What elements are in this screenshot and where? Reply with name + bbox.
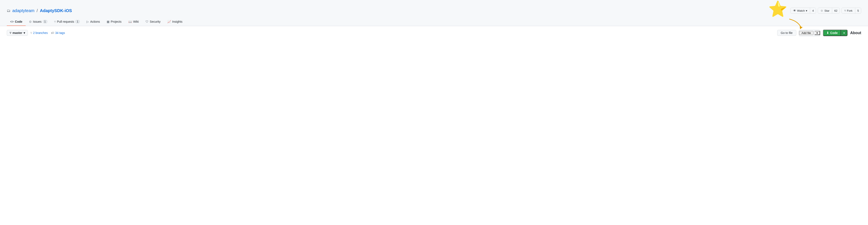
- insights-icon: 📈: [167, 20, 171, 23]
- tab-projects[interactable]: ▦ Projects: [103, 18, 125, 26]
- branch-bar: ⑂ master ▾ ⑂ 2 branches 🏷 34 tags Go to …: [7, 30, 861, 36]
- code-icon: <>: [10, 20, 13, 23]
- tab-security-label: Security: [150, 20, 161, 23]
- branches-icon: ⑂: [30, 31, 32, 35]
- watch-dropdown-icon: ▾: [806, 9, 807, 12]
- fork-group: ⑂ Fork 5: [841, 8, 861, 13]
- watch-button[interactable]: 👁 Watch ▾: [790, 8, 810, 13]
- fork-label: Fork: [847, 9, 852, 12]
- issues-badge: 1: [43, 20, 47, 23]
- code-dropdown-button[interactable]: ▾: [841, 30, 847, 36]
- tab-wiki[interactable]: 📖 Wiki: [125, 18, 142, 26]
- repo-separator: /: [37, 8, 38, 13]
- download-icon: ⬇: [827, 31, 829, 35]
- branch-name: master: [12, 31, 22, 35]
- star-count[interactable]: 62: [832, 8, 840, 13]
- tab-insights-label: Insights: [172, 20, 182, 23]
- tab-projects-label: Projects: [111, 20, 122, 23]
- issues-icon: ⊙: [29, 20, 32, 23]
- tab-wiki-label: Wiki: [133, 20, 139, 23]
- add-file-label: Add file: [802, 31, 811, 35]
- star-group: ☆ Star 62: [818, 8, 840, 13]
- eye-icon: 👁: [793, 9, 796, 12]
- tab-pull-requests[interactable]: ⑂ Pull requests 1: [51, 18, 83, 26]
- add-file-chevron-icon: ▾: [816, 31, 818, 35]
- code-button-group: ⬇ Code ▾: [823, 30, 848, 36]
- tab-actions[interactable]: ▷ Actions: [83, 18, 103, 26]
- projects-icon: ▦: [107, 20, 110, 23]
- fork-button[interactable]: ⑂ Fork: [841, 8, 855, 13]
- repo-title: 🗂 adaptyteam / AdaptySDK-iOS: [7, 8, 72, 13]
- repo-owner-link[interactable]: adaptyteam: [12, 8, 35, 13]
- branches-count: 2 branches: [33, 31, 48, 35]
- tags-count: 34 tags: [55, 31, 65, 35]
- go-to-file-button[interactable]: Go to file: [777, 30, 796, 36]
- branch-info: ⑂ 2 branches 🏷 34 tags: [30, 31, 65, 35]
- tag-icon: 🏷: [51, 31, 54, 35]
- branch-git-icon: ⑂: [9, 31, 11, 35]
- star-label: Star: [824, 9, 829, 12]
- star-button[interactable]: ☆ Star: [818, 8, 832, 13]
- pr-badge: 1: [75, 20, 80, 23]
- repo-icon: 🗂: [7, 8, 10, 13]
- branch-select-button[interactable]: ⑂ master ▾: [7, 30, 28, 36]
- watch-label: Watch: [797, 9, 805, 12]
- watch-count[interactable]: 4: [810, 8, 816, 13]
- security-icon: 🛡: [146, 20, 149, 23]
- watch-group: 👁 Watch ▾ 4: [790, 8, 816, 13]
- tags-link[interactable]: 🏷 34 tags: [51, 31, 65, 35]
- actions-icon: ▷: [87, 20, 89, 23]
- about-label: About: [850, 31, 861, 35]
- tab-actions-label: Actions: [90, 20, 100, 23]
- tab-code[interactable]: <> Code: [7, 18, 26, 26]
- fork-icon: ⑂: [844, 9, 846, 12]
- tab-insights[interactable]: 📈 Insights: [164, 18, 186, 26]
- add-file-dropdown[interactable]: ▾: [814, 31, 820, 35]
- wiki-icon: 📖: [128, 20, 132, 23]
- branches-link[interactable]: ⑂ 2 branches: [30, 31, 48, 35]
- code-button-label: Code: [830, 31, 838, 35]
- pr-icon: ⑂: [54, 20, 56, 23]
- tab-pull-requests-label: Pull requests: [57, 20, 74, 23]
- code-main-button[interactable]: ⬇ Code: [823, 30, 841, 36]
- tab-issues[interactable]: ⊙ Issues 1: [26, 18, 51, 26]
- nav-tabs: <> Code ⊙ Issues 1 ⑂ Pull requests 1 ▷ A…: [7, 18, 861, 26]
- repo-name-link[interactable]: AdaptySDK-iOS: [40, 8, 72, 13]
- go-to-file-label: Go to file: [781, 31, 793, 35]
- repo-header: 🗂 adaptyteam / AdaptySDK-iOS 👁 Watch ▾ 4: [7, 4, 861, 17]
- add-file-group: Add file ▾: [799, 30, 820, 36]
- code-chevron-icon: ▾: [843, 31, 845, 35]
- star-icon: ☆: [820, 9, 823, 12]
- header-actions: 👁 Watch ▾ 4 ☆ Star 62: [790, 8, 861, 13]
- tab-security[interactable]: 🛡 Security: [142, 18, 164, 26]
- add-file-button[interactable]: Add file: [799, 31, 813, 35]
- branch-dropdown-icon: ▾: [24, 31, 25, 35]
- fork-count[interactable]: 5: [855, 8, 861, 13]
- tab-issues-label: Issues: [33, 20, 41, 23]
- tab-code-label: Code: [15, 20, 22, 23]
